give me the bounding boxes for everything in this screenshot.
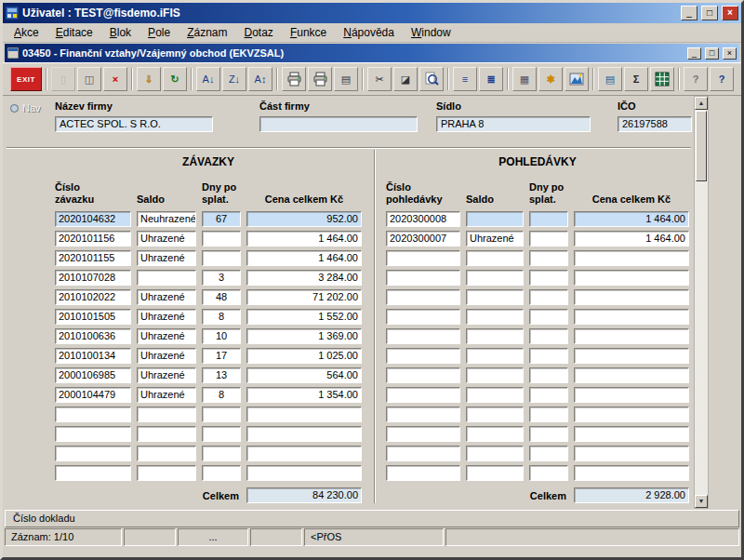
pohledavky-row-13-cena[interactable] [574,465,689,481]
zavazky-row-6-dny[interactable]: 10 [202,328,241,344]
pohledavky-row-4-cislo[interactable] [386,289,460,305]
pohledavky-row-9-dny[interactable] [529,387,568,403]
sort-desc-button[interactable]: Z↓ [222,67,246,91]
zavazky-row-3-saldo[interactable] [137,270,196,286]
zavazky-row-2-dny[interactable] [202,250,241,266]
vertical-scrollbar[interactable]: ▲ ▼ [694,96,709,509]
cast-firmy-value[interactable] [259,116,418,132]
zavazky-row-1-cena[interactable]: 1 464.00 [246,231,362,247]
zavazky-row-5-saldo[interactable]: Uhrazené [137,309,196,325]
duplicate-record-button[interactable]: ◫ [77,67,101,91]
zavazky-row-8-cena[interactable]: 564.00 [246,367,362,383]
pohledavky-row-0-cislo[interactable]: 2020300008 [386,211,460,227]
pohledavky-row-10-cislo[interactable] [386,407,460,422]
pohledavky-row-2-cislo[interactable] [386,250,460,266]
pohledavky-row-13-dny[interactable] [529,465,568,481]
zavazky-row-5-cena[interactable]: 1 552.00 [246,309,362,325]
mdi-maximize-button[interactable]: □ [705,47,719,60]
zavazky-row-5-dny[interactable]: 8 [202,309,241,325]
pohledavky-row-8-cislo[interactable] [386,367,460,383]
pohledavky-row-4-saldo[interactable] [466,289,524,305]
zavazky-row-10-saldo[interactable] [137,407,196,422]
pohledavky-row-5-cislo[interactable] [386,309,460,325]
sort-custom-button[interactable]: A↕ [248,67,272,91]
sum-button[interactable]: Σ [624,67,648,91]
pohledavky-row-2-cena[interactable] [574,250,689,266]
zavazky-row-6-cena[interactable]: 1 369.00 [246,328,362,344]
pohledavky-row-8-saldo[interactable] [466,367,524,383]
zavazky-row-4-cena[interactable]: 71 202.00 [246,289,362,305]
pohledavky-row-0-saldo[interactable] [466,211,524,227]
zavazky-row-9-cena[interactable]: 1 354.00 [246,387,362,403]
pohledavky-row-1-cena[interactable]: 1 464.00 [574,231,689,247]
menu-item-dotaz[interactable]: Dotaz [236,24,282,41]
zavazky-row-4-cislo[interactable]: 2010102022 [55,289,131,305]
menu-item-funkce[interactable]: Funkce [282,24,335,41]
zavazky-row-10-cislo[interactable] [55,407,131,422]
pohledavky-row-1-saldo[interactable]: Uhrazené [466,231,524,247]
pohledavky-row-3-saldo[interactable] [466,270,524,286]
zavazky-row-13-cislo[interactable] [55,465,131,481]
zavazky-row-3-dny[interactable]: 3 [202,270,241,286]
pohledavky-row-1-dny[interactable] [529,231,568,247]
zavazky-row-4-saldo[interactable]: Uhrazené [137,289,196,305]
sort-asc-button[interactable]: A↓ [196,67,220,91]
copy-button[interactable]: ◪ [393,67,418,91]
zavazky-row-9-dny[interactable]: 8 [202,387,241,403]
pohledavky-row-5-cena[interactable] [574,309,689,325]
delete-record-button[interactable]: × [103,67,127,91]
scroll-thumb[interactable] [696,111,707,181]
documents-button[interactable]: ▤ [598,67,622,91]
zavazky-row-6-cislo[interactable]: 2010100636 [55,328,131,344]
pohledavky-row-12-cena[interactable] [574,446,689,461]
zavazky-row-11-saldo[interactable] [137,426,196,442]
tools-button[interactable]: ✱ [538,67,563,91]
context-help-button[interactable]: ? [684,67,708,91]
pohledavky-row-10-cena[interactable] [574,407,689,422]
detail-view-button[interactable]: ≣ [479,67,503,91]
print-all-button[interactable] [308,67,332,91]
zavazky-row-0-cena[interactable]: 952.00 [246,211,362,227]
excel-export-button[interactable] [650,67,674,91]
pohledavky-row-5-dny[interactable] [529,309,568,325]
pohledavky-row-0-dny[interactable] [529,211,568,227]
zavazky-row-7-dny[interactable]: 17 [202,348,241,364]
zavazky-row-3-cislo[interactable]: 2010107028 [55,270,131,286]
menu-item-blok[interactable]: Blok [101,24,140,41]
zavazky-row-1-dny[interactable] [202,231,241,247]
pohledavky-row-3-cena[interactable] [574,270,689,286]
zavazky-row-7-saldo[interactable]: Uhrazené [137,348,196,364]
zavazky-row-12-cena[interactable] [246,446,362,461]
maximize-button[interactable]: □ [701,6,718,20]
nazev-firmy-value[interactable]: ACTEC SPOL. S R.O. [55,116,213,132]
menu-item-akce[interactable]: Akce [6,24,47,41]
pohledavky-row-11-dny[interactable] [529,426,568,442]
page-setup-button[interactable]: ▤ [334,67,358,91]
zavazky-row-4-dny[interactable]: 48 [202,289,241,305]
cut-button[interactable]: ✂ [367,67,392,91]
zavazky-row-12-saldo[interactable] [137,446,196,461]
pohledavky-row-2-dny[interactable] [529,250,568,266]
menu-item-pole[interactable]: Pole [140,24,179,41]
zavazky-row-9-saldo[interactable]: Uhrazené [137,387,196,403]
zavazky-row-8-cislo[interactable]: 2000106985 [55,367,131,383]
zavazky-row-13-saldo[interactable] [137,465,196,481]
print-button[interactable] [282,67,306,91]
zavazky-row-1-saldo[interactable]: Uhrazené [137,231,196,247]
zavazky-row-6-saldo[interactable]: Uhrazené [137,328,196,344]
pohledavky-row-13-saldo[interactable] [466,465,524,481]
pohledavky-row-9-cislo[interactable] [386,387,460,403]
zavazky-row-7-cislo[interactable]: 2010100134 [55,348,131,364]
zavazky-row-11-cena[interactable] [246,426,362,442]
menu-item-editace[interactable]: Editace [47,24,101,41]
pohledavky-row-12-cislo[interactable] [386,446,460,461]
zavazky-row-10-cena[interactable] [246,407,362,422]
attachments-button[interactable]: ▦ [512,67,537,91]
menu-item-window[interactable]: Window [403,24,459,41]
pohledavky-row-6-dny[interactable] [529,328,568,344]
zavazky-row-13-dny[interactable] [202,465,241,481]
list-view-button[interactable]: ≡ [453,67,477,91]
mdi-minimize-button[interactable]: _ [687,47,701,60]
pohledavky-row-2-saldo[interactable] [466,250,524,266]
pohledavky-row-10-saldo[interactable] [466,407,524,422]
